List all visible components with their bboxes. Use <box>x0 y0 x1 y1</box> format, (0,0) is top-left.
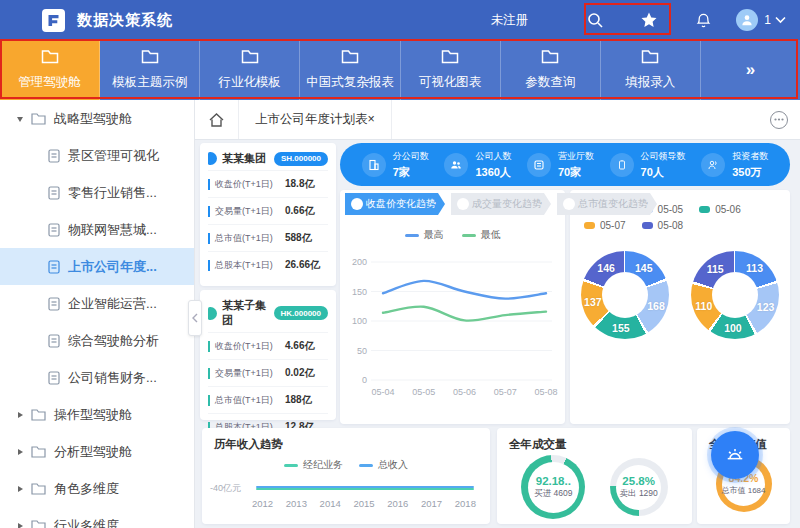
tab-listed-company-annual-plan[interactable]: 上市公司年度计划表× <box>239 100 392 139</box>
svg-text:05-07: 05-07 <box>494 387 517 397</box>
metric-row: 总股本(T+1日) 26.66亿 <box>208 251 328 278</box>
svg-text:05-06: 05-06 <box>453 387 476 397</box>
sidebar-item-strategic-cockpit[interactable]: 战略型驾驶舱 <box>0 100 194 137</box>
search-icon[interactable] <box>584 9 606 31</box>
donut-segment-value: 145 <box>635 262 653 274</box>
tree-item-label: 企业智能运营... <box>68 295 157 313</box>
toggle-dot-icon <box>563 198 575 210</box>
donut-hole <box>712 272 758 318</box>
nav-tab-parameter-query[interactable]: 参数查询 <box>501 40 601 100</box>
legend-item-05-08[interactable]: 05-08 <box>642 220 684 231</box>
gauge-label: 买进 4609 <box>534 488 572 500</box>
sidebar-item-scenic-area[interactable]: 景区管理可视化 <box>0 137 194 174</box>
sidebar-item-industry-dimension[interactable]: 行业多维度 <box>0 507 194 528</box>
sidebar-item-role-dimension[interactable]: 角色多维度 <box>0 470 194 507</box>
nav-tab-management-cockpit[interactable]: 管理驾驶舱 <box>0 40 100 100</box>
metric-value: 0.02亿 <box>285 366 314 380</box>
sidebar-tree: 战略型驾驶舱 景区管理可视化 零售行业销售... 物联网智慧城... 上市公司年… <box>0 100 195 528</box>
legend-item-low[interactable]: 最低 <box>462 228 501 242</box>
donut-segment-value: 113 <box>746 262 763 274</box>
document-icon <box>48 186 60 200</box>
document-icon <box>48 371 60 385</box>
legend-label: 05-07 <box>600 220 626 231</box>
nav-tab-data-entry[interactable]: 填报录入 <box>601 40 701 100</box>
document-icon <box>48 149 60 163</box>
tree-item-label: 操作型驾驶舱 <box>54 406 132 424</box>
metric-row: 总市值(T+1日) 188亿 <box>208 386 328 413</box>
sidebar-item-retail-sales[interactable]: 零售行业销售... <box>0 174 194 211</box>
sidebar-item-listed-company[interactable]: 上市公司年度... <box>0 248 194 285</box>
legend-item-total-income[interactable]: 总收入 <box>359 458 408 472</box>
tab-more-icon[interactable] <box>770 111 788 129</box>
legend-item-05-07[interactable]: 05-07 <box>584 220 626 231</box>
register-status-link[interactable]: 未注册 <box>491 12 529 29</box>
sidebar-item-company-finance[interactable]: 公司销售财务... <box>0 359 194 396</box>
sidebar-item-enterprise-ops[interactable]: 企业智能运营... <box>0 285 194 322</box>
nav-tab-label: 行业化模板 <box>219 74 282 91</box>
tree-item-label: 上市公司年度... <box>68 258 157 276</box>
nav-tab-visual-charts[interactable]: 可视化图表 <box>401 40 501 100</box>
folder-icon <box>341 49 359 68</box>
trend-toggle-group: 收盘价变化趋势 成交量变化趋势 总市值变化趋势 <box>345 193 657 215</box>
stat-business-halls: 营业厅数 70家 <box>527 150 594 180</box>
legend-item-high[interactable]: 最高 <box>405 228 444 242</box>
nav-tab-industry-templates[interactable]: 行业化模板 <box>200 40 300 100</box>
toggle-volume-trend[interactable]: 成交量变化趋势 <box>451 193 551 215</box>
caret-right-icon[interactable] <box>16 522 29 528</box>
stat-label: 营业厅数 <box>558 150 594 163</box>
nav-tab-label: 填报录入 <box>625 74 675 91</box>
star-icon[interactable] <box>638 9 660 31</box>
app-title: 数据决策系统 <box>77 11 173 30</box>
sidebar-item-comprehensive-analysis[interactable]: 综合驾驶舱分析 <box>0 322 194 359</box>
nav-tab-complex-reports[interactable]: 中国式复杂报表 <box>300 40 400 100</box>
income-history-panel: 历年收入趋势 经纪业务 总收入 -40亿元 <box>202 428 490 524</box>
metric-row: 交易量(T+1日) 0.02亿 <box>208 359 328 386</box>
sidebar-item-analytical-cockpit[interactable]: 分析型驾驶舱 <box>0 433 194 470</box>
stat-value: 350万 <box>732 165 768 180</box>
company-name: 某某子集团 <box>222 298 274 328</box>
gauge-buy-volume[interactable]: 92.18.. 买进 4609 <box>521 455 585 519</box>
caret-down-icon[interactable] <box>16 115 29 123</box>
chevron-down-icon[interactable] <box>775 16 786 24</box>
metric-label: 总市值(T+1日) <box>215 394 285 407</box>
donut-chart-right[interactable]: 113123100110115 <box>691 251 779 339</box>
bell-icon[interactable] <box>692 9 714 31</box>
toggle-marketcap-trend[interactable]: 总市值变化趋势 <box>557 193 657 215</box>
toggle-label: 总市值变化趋势 <box>578 198 648 209</box>
x-tick: 2017 <box>421 498 442 509</box>
row-accent-bar <box>208 179 210 190</box>
nav-tab-bar: 管理驾驶舱 模板主题示例 行业化模板 中国式复杂报表 可视化图表 参数查询 填报… <box>0 40 800 100</box>
sidebar-item-operational-cockpit[interactable]: 操作型驾驶舱 <box>0 396 194 433</box>
folder-icon <box>141 49 159 68</box>
alarm-float-button[interactable] <box>711 431 759 479</box>
price-line-chart[interactable]: 05010015020005-0405-0505-0605-0705-08 <box>345 244 560 412</box>
toggle-dot-icon <box>457 198 469 210</box>
donut-segment-value: 155 <box>612 322 630 334</box>
card-flag-icon <box>208 307 217 320</box>
nav-tab-label: 可视化图表 <box>419 74 482 91</box>
sidebar-collapse-handle[interactable] <box>188 300 202 336</box>
toggle-close-price-trend[interactable]: 收盘价变化趋势 <box>345 193 445 215</box>
legend-label: 05-05 <box>658 204 684 215</box>
caret-right-icon[interactable] <box>16 411 29 419</box>
income-line-chart[interactable]: -40亿元 <box>208 476 482 498</box>
nav-tab-template-themes[interactable]: 模板主题示例 <box>100 40 200 100</box>
caret-right-icon[interactable] <box>16 448 29 456</box>
caret-right-icon[interactable] <box>16 485 29 493</box>
gauge-sell-volume[interactable]: 25.8% 卖出 1290 <box>610 458 668 516</box>
tree-item-label: 零售行业销售... <box>68 184 157 202</box>
donut-chart-left[interactable]: 145168155137146 <box>581 251 669 339</box>
row-accent-bar <box>208 233 210 244</box>
nav-more-button[interactable]: » <box>701 40 800 100</box>
home-icon[interactable] <box>195 100 239 139</box>
legend-item-brokerage[interactable]: 经纪业务 <box>284 458 343 472</box>
legend-item-05-06[interactable]: 05-06 <box>699 204 741 215</box>
toggle-label: 成交量变化趋势 <box>472 198 542 209</box>
user-avatar[interactable] <box>736 9 758 31</box>
svg-text:50: 50 <box>357 346 367 356</box>
sidebar-item-iot-city[interactable]: 物联网智慧城... <box>0 211 194 248</box>
document-icon <box>48 260 60 274</box>
toggle-label: 收盘价变化趋势 <box>366 198 436 209</box>
main-area: 上市公司年度计划表× 分公司数 7家 公司人数 1360人 <box>195 100 800 528</box>
metric-row: 收盘价(T+1日) 4.66亿 <box>208 332 328 359</box>
